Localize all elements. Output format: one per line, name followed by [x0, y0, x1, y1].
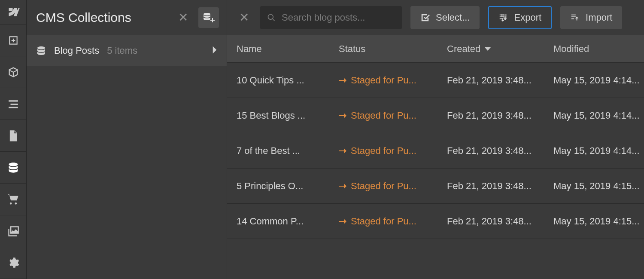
- status-text: Staged for Pu...: [351, 216, 416, 227]
- lines-icon: [8, 99, 19, 109]
- cell-modified: May 15, 2019 4:14...: [549, 145, 644, 156]
- arrow-right-icon: [339, 77, 346, 83]
- export-button[interactable]: Export: [488, 6, 552, 29]
- cell-created: Feb 21, 2019 3:48...: [443, 216, 549, 227]
- collections-panel-header: CMS Collections ✕: [27, 0, 227, 35]
- table-row[interactable]: 5 Principles O...Staged for Pu...Feb 21,…: [227, 169, 644, 204]
- panel-close-button[interactable]: ✕: [176, 10, 191, 25]
- rail-navigator[interactable]: [0, 88, 26, 120]
- rail-add[interactable]: [0, 25, 26, 56]
- rail-pages[interactable]: [0, 120, 26, 152]
- import-icon: [570, 13, 580, 22]
- checkbox-icon: [420, 13, 430, 22]
- import-button[interactable]: Import: [560, 6, 622, 29]
- col-created[interactable]: Created: [443, 43, 549, 55]
- arrow-right-icon: [339, 183, 346, 189]
- table-row[interactable]: 14 Common P...Staged for Pu...Feb 21, 20…: [227, 204, 644, 239]
- col-name[interactable]: Name: [227, 43, 334, 55]
- search-icon: [267, 13, 276, 22]
- items-toolbar: ✕ Select... Export Import: [227, 0, 644, 35]
- left-rail: [0, 0, 27, 279]
- cell-status: Staged for Pu...: [334, 145, 443, 156]
- rail-settings[interactable]: [0, 247, 26, 279]
- table-body: 10 Quick Tips ...Staged for Pu...Feb 21,…: [227, 63, 644, 239]
- collection-name: Blog Posts: [54, 45, 99, 56]
- rail-cms[interactable]: [0, 152, 26, 184]
- cell-modified: May 15, 2019 4:15...: [549, 216, 644, 227]
- database-plus-icon: [203, 12, 215, 23]
- status-text: Staged for Pu...: [351, 145, 416, 156]
- cell-name: 10 Quick Tips ...: [227, 75, 334, 86]
- rail-logo[interactable]: [0, 0, 26, 25]
- status-text: Staged for Pu...: [351, 75, 416, 86]
- cell-created: Feb 21, 2019 3:48...: [443, 145, 549, 156]
- cell-modified: May 15, 2019 4:15...: [549, 181, 644, 192]
- status-text: Staged for Pu...: [351, 110, 416, 121]
- rail-symbols[interactable]: [0, 56, 26, 88]
- cell-name: 7 of the Best ...: [227, 145, 334, 156]
- gear-icon: [7, 257, 19, 269]
- plus-box-icon: [8, 35, 19, 46]
- table-row[interactable]: 10 Quick Tips ...Staged for Pu...Feb 21,…: [227, 63, 644, 98]
- database-icon: [36, 46, 46, 56]
- col-status[interactable]: Status: [334, 43, 443, 55]
- cell-name: 5 Principles O...: [227, 181, 334, 192]
- image-stack-icon: [7, 226, 19, 237]
- import-label: Import: [586, 12, 612, 23]
- items-close-button[interactable]: ✕: [237, 10, 252, 25]
- cell-modified: May 15, 2019 4:14...: [549, 75, 644, 86]
- cart-icon: [7, 194, 19, 205]
- select-label: Select...: [436, 12, 470, 23]
- collection-row-blog-posts[interactable]: Blog Posts 5 items: [27, 35, 227, 66]
- table-row[interactable]: 7 of the Best ...Staged for Pu...Feb 21,…: [227, 133, 644, 169]
- search-field[interactable]: [260, 6, 402, 29]
- rail-assets[interactable]: [0, 215, 26, 247]
- collections-panel: CMS Collections ✕ Blog Posts 5 items: [27, 0, 227, 279]
- cell-created: Feb 21, 2019 3:48...: [443, 181, 549, 192]
- box-3d-icon: [7, 66, 19, 78]
- col-modified[interactable]: Modified: [549, 43, 644, 55]
- table-header: Name Status Created Modified: [227, 35, 644, 63]
- select-button[interactable]: Select...: [410, 6, 480, 29]
- chevron-right-icon: [212, 46, 217, 56]
- webflow-logo-icon: [7, 8, 20, 16]
- cell-status: Staged for Pu...: [334, 110, 443, 121]
- export-icon: [498, 13, 508, 22]
- search-input[interactable]: [282, 12, 395, 23]
- cell-created: Feb 21, 2019 3:48...: [443, 110, 549, 121]
- export-label: Export: [514, 12, 541, 23]
- database-icon: [7, 162, 19, 174]
- cell-status: Staged for Pu...: [334, 75, 443, 86]
- table-row[interactable]: 15 Best Blogs ...Staged for Pu...Feb 21,…: [227, 98, 644, 133]
- page-icon: [8, 130, 18, 142]
- rail-ecommerce[interactable]: [0, 184, 26, 215]
- cell-name: 15 Best Blogs ...: [227, 110, 334, 121]
- arrow-right-icon: [339, 218, 346, 224]
- cell-status: Staged for Pu...: [334, 216, 443, 227]
- cell-created: Feb 21, 2019 3:48...: [443, 75, 549, 86]
- panel-title: CMS Collections: [36, 10, 131, 25]
- status-text: Staged for Pu...: [351, 181, 416, 192]
- arrow-right-icon: [339, 148, 346, 154]
- arrow-right-icon: [339, 113, 346, 119]
- items-panel: ✕ Select... Export Import Name Status Cr…: [227, 0, 644, 279]
- new-collection-button[interactable]: [198, 7, 219, 28]
- cell-modified: May 15, 2019 4:14...: [549, 110, 644, 121]
- cell-status: Staged for Pu...: [334, 181, 443, 192]
- sort-desc-icon: [485, 47, 491, 51]
- collection-count: 5 items: [107, 45, 137, 56]
- cell-name: 14 Common P...: [227, 216, 334, 227]
